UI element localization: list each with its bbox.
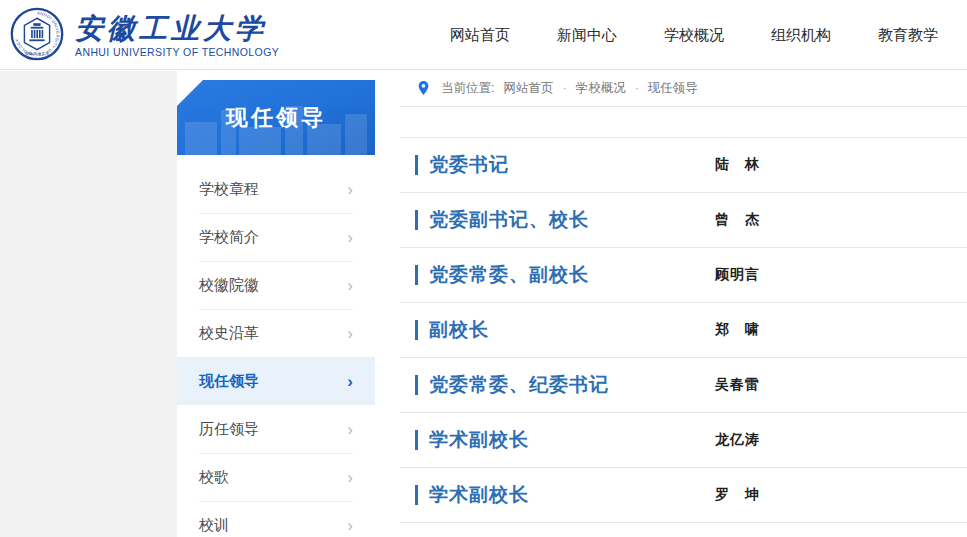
leader-title-link[interactable]: 党委常委、纪委书记 xyxy=(415,372,715,398)
leader-title-link[interactable]: 党委副书记、校长 xyxy=(415,207,715,233)
university-name-en: ANHUI UNIVERSITY OF TECHNOLOGY xyxy=(75,46,279,58)
leader-name: 罗 坤 xyxy=(715,486,760,504)
breadcrumb-separator: · xyxy=(562,81,566,95)
sidebar-item-label: 校训 xyxy=(199,516,229,535)
leader-title-link[interactable]: 学术副校长 xyxy=(415,427,715,453)
breadcrumb: 当前位置: 网站首页 · 学校概况 · 现任领导 xyxy=(400,70,967,107)
sidebar-item-label: 学校章程 xyxy=(199,180,259,199)
breadcrumb-item-overview[interactable]: 学校概况 xyxy=(576,80,626,97)
sidebar-menu: 学校章程 › 学校简介 › 校徽院徽 › 校史沿革 › 现任领导 › 历任领导 … xyxy=(177,155,375,537)
breadcrumb-separator: · xyxy=(635,81,639,95)
leader-row: 党委常委、纪委书记 吴春雷 xyxy=(400,358,967,413)
university-seal-icon: ANHUI UNIVERSITY OF TECHNOLOGY 安徽工业大学 xyxy=(10,7,64,65)
leader-title-link[interactable]: 党委书记 xyxy=(415,152,715,178)
location-pin-icon xyxy=(417,80,430,96)
leader-row: 学术副校长 龙亿涛 xyxy=(400,413,967,468)
title-accent-bar xyxy=(415,155,418,175)
leader-name: 陆 林 xyxy=(715,156,760,174)
leader-list: 党委书记 陆 林 党委副书记、校长 曾 杰 党委常委、副校长 顾明言 xyxy=(400,137,967,523)
chevron-right-icon: › xyxy=(347,373,353,390)
leader-row: 副校长 郑 啸 xyxy=(400,303,967,358)
leader-title-link[interactable]: 学术副校长 xyxy=(415,482,715,508)
chevron-right-icon: › xyxy=(347,229,353,246)
nav-item[interactable]: 教育教学 xyxy=(878,26,938,45)
sidebar-item-label: 校歌 xyxy=(199,468,229,487)
leader-title: 党委副书记、校长 xyxy=(429,207,589,233)
chevron-right-icon: › xyxy=(347,469,353,486)
title-accent-bar xyxy=(415,210,418,230)
sidebar-title-text: 现任领导 xyxy=(226,103,326,133)
leader-name: 曾 杰 xyxy=(715,211,760,229)
sidebar-menu-item[interactable]: 现任领导 › xyxy=(177,357,375,405)
title-accent-bar xyxy=(415,265,418,285)
title-accent-bar xyxy=(415,320,418,340)
main-content: 当前位置: 网站首页 · 学校概况 · 现任领导 党委书记 陆 林 党委副书记、… xyxy=(400,70,967,537)
breadcrumb-item-current[interactable]: 现任领导 xyxy=(648,80,698,97)
leader-title: 学术副校长 xyxy=(429,427,529,453)
leader-row: 学术副校长 罗 坤 xyxy=(400,468,967,523)
chevron-right-icon: › xyxy=(347,181,353,198)
leader-row: 党委书记 陆 林 xyxy=(400,138,967,193)
leader-title: 副校长 xyxy=(429,317,489,343)
nav-item[interactable]: 新闻中心 xyxy=(557,26,617,45)
university-name-zh: 安徽工业大学 xyxy=(75,14,279,45)
title-accent-bar xyxy=(415,375,418,395)
sidebar-menu-item[interactable]: 校歌 › xyxy=(177,453,375,501)
leader-title-link[interactable]: 副校长 xyxy=(415,317,715,343)
breadcrumb-label: 当前位置: xyxy=(441,80,494,97)
leader-title: 党委常委、纪委书记 xyxy=(429,372,609,398)
sidebar-item-label: 校徽院徽 xyxy=(199,276,259,295)
sidebar-menu-item[interactable]: 学校简介 › xyxy=(177,213,375,261)
sidebar-menu-item[interactable]: 历任领导 › xyxy=(177,405,375,453)
sidebar-item-label: 校史沿革 xyxy=(199,324,259,343)
chevron-right-icon: › xyxy=(347,421,353,438)
chevron-right-icon: › xyxy=(347,517,353,534)
title-accent-bar xyxy=(415,430,418,450)
title-accent-bar xyxy=(415,485,418,505)
leader-title: 党委书记 xyxy=(429,152,509,178)
leader-title-link[interactable]: 党委常委、副校长 xyxy=(415,262,715,288)
chevron-right-icon: › xyxy=(347,325,353,342)
leader-row: 党委副书记、校长 曾 杰 xyxy=(400,193,967,248)
leader-name: 龙亿涛 xyxy=(715,431,760,449)
leader-name: 顾明言 xyxy=(715,266,760,284)
nav-item[interactable]: 网站首页 xyxy=(450,26,510,45)
leader-name: 吴春雷 xyxy=(715,376,760,394)
leader-name: 郑 啸 xyxy=(715,321,760,339)
university-logo[interactable]: ANHUI UNIVERSITY OF TECHNOLOGY 安徽工业大学 安徽… xyxy=(10,7,279,65)
top-nav: 网站首页 新闻中心 学校概况 组织机构 教育教学 xyxy=(450,0,938,70)
sidebar-menu-item[interactable]: 校徽院徽 › xyxy=(177,261,375,309)
svg-text:安徽工业大学: 安徽工业大学 xyxy=(25,51,51,56)
site-header: ANHUI UNIVERSITY OF TECHNOLOGY 安徽工业大学 安徽… xyxy=(0,0,967,70)
sidebar-menu-item[interactable]: 校训 › xyxy=(177,501,375,537)
breadcrumb-item-home[interactable]: 网站首页 xyxy=(503,80,553,97)
leader-title: 党委常委、副校长 xyxy=(429,262,589,288)
sidebar-item-label: 现任领导 xyxy=(199,372,259,391)
sidebar-section-title: 现任领导 xyxy=(177,80,375,155)
chevron-right-icon: › xyxy=(347,277,353,294)
nav-item[interactable]: 组织机构 xyxy=(771,26,831,45)
leader-title: 学术副校长 xyxy=(429,482,529,508)
sidebar-item-label: 学校简介 xyxy=(199,228,259,247)
leader-row: 党委常委、副校长 顾明言 xyxy=(400,248,967,303)
sidebar-item-label: 历任领导 xyxy=(199,420,259,439)
nav-item[interactable]: 学校概况 xyxy=(664,26,724,45)
sidebar-menu-item[interactable]: 校史沿革 › xyxy=(177,309,375,357)
sidebar-menu-item[interactable]: 学校章程 › xyxy=(177,165,375,213)
page-margin-strip xyxy=(0,71,177,537)
